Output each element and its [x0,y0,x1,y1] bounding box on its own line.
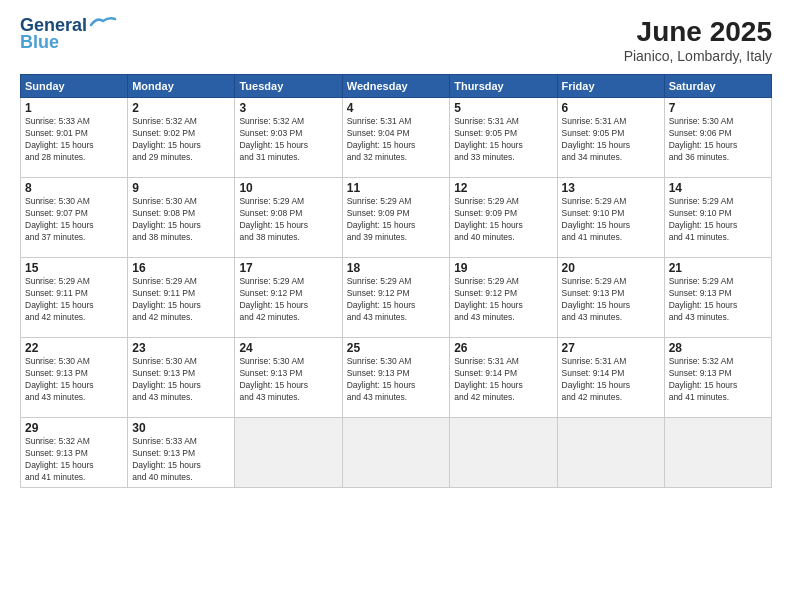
table-row: 25Sunrise: 5:30 AM Sunset: 9:13 PM Dayli… [342,338,449,418]
calendar-week-row: 1Sunrise: 5:33 AM Sunset: 9:01 PM Daylig… [21,98,772,178]
col-sunday: Sunday [21,75,128,98]
table-row [664,418,771,488]
day-info: Sunrise: 5:30 AM Sunset: 9:08 PM Dayligh… [132,196,230,244]
day-info: Sunrise: 5:29 AM Sunset: 9:12 PM Dayligh… [239,276,337,324]
table-row: 23Sunrise: 5:30 AM Sunset: 9:13 PM Dayli… [128,338,235,418]
day-number: 4 [347,101,445,115]
day-number: 24 [239,341,337,355]
calendar-week-row: 22Sunrise: 5:30 AM Sunset: 9:13 PM Dayli… [21,338,772,418]
day-number: 17 [239,261,337,275]
day-info: Sunrise: 5:29 AM Sunset: 9:12 PM Dayligh… [454,276,552,324]
day-number: 30 [132,421,230,435]
logo-blue: Blue [20,32,59,53]
day-number: 16 [132,261,230,275]
day-number: 8 [25,181,123,195]
table-row [235,418,342,488]
day-info: Sunrise: 5:30 AM Sunset: 9:07 PM Dayligh… [25,196,123,244]
day-number: 25 [347,341,445,355]
col-thursday: Thursday [450,75,557,98]
day-number: 5 [454,101,552,115]
table-row: 28Sunrise: 5:32 AM Sunset: 9:13 PM Dayli… [664,338,771,418]
table-row: 7Sunrise: 5:30 AM Sunset: 9:06 PM Daylig… [664,98,771,178]
table-row: 8Sunrise: 5:30 AM Sunset: 9:07 PM Daylig… [21,178,128,258]
table-row: 13Sunrise: 5:29 AM Sunset: 9:10 PM Dayli… [557,178,664,258]
table-row: 16Sunrise: 5:29 AM Sunset: 9:11 PM Dayli… [128,258,235,338]
table-row: 3Sunrise: 5:32 AM Sunset: 9:03 PM Daylig… [235,98,342,178]
header: General Blue June 2025 Pianico, Lombardy… [20,16,772,64]
day-number: 20 [562,261,660,275]
day-info: Sunrise: 5:31 AM Sunset: 9:05 PM Dayligh… [562,116,660,164]
table-row [342,418,449,488]
table-row: 1Sunrise: 5:33 AM Sunset: 9:01 PM Daylig… [21,98,128,178]
table-row: 14Sunrise: 5:29 AM Sunset: 9:10 PM Dayli… [664,178,771,258]
table-row: 17Sunrise: 5:29 AM Sunset: 9:12 PM Dayli… [235,258,342,338]
day-number: 7 [669,101,767,115]
day-info: Sunrise: 5:33 AM Sunset: 9:13 PM Dayligh… [132,436,230,484]
day-info: Sunrise: 5:32 AM Sunset: 9:03 PM Dayligh… [239,116,337,164]
table-row: 26Sunrise: 5:31 AM Sunset: 9:14 PM Dayli… [450,338,557,418]
table-row: 9Sunrise: 5:30 AM Sunset: 9:08 PM Daylig… [128,178,235,258]
day-info: Sunrise: 5:30 AM Sunset: 9:13 PM Dayligh… [347,356,445,404]
day-info: Sunrise: 5:32 AM Sunset: 9:13 PM Dayligh… [25,436,123,484]
table-row: 21Sunrise: 5:29 AM Sunset: 9:13 PM Dayli… [664,258,771,338]
page: General Blue June 2025 Pianico, Lombardy… [0,0,792,612]
day-info: Sunrise: 5:29 AM Sunset: 9:11 PM Dayligh… [132,276,230,324]
table-row [557,418,664,488]
day-info: Sunrise: 5:30 AM Sunset: 9:13 PM Dayligh… [132,356,230,404]
day-number: 13 [562,181,660,195]
day-number: 3 [239,101,337,115]
day-info: Sunrise: 5:31 AM Sunset: 9:04 PM Dayligh… [347,116,445,164]
day-number: 26 [454,341,552,355]
table-row: 19Sunrise: 5:29 AM Sunset: 9:12 PM Dayli… [450,258,557,338]
table-row: 30Sunrise: 5:33 AM Sunset: 9:13 PM Dayli… [128,418,235,488]
day-info: Sunrise: 5:29 AM Sunset: 9:13 PM Dayligh… [562,276,660,324]
day-number: 14 [669,181,767,195]
day-info: Sunrise: 5:29 AM Sunset: 9:09 PM Dayligh… [454,196,552,244]
location-title: Pianico, Lombardy, Italy [624,48,772,64]
day-info: Sunrise: 5:32 AM Sunset: 9:13 PM Dayligh… [669,356,767,404]
day-info: Sunrise: 5:33 AM Sunset: 9:01 PM Dayligh… [25,116,123,164]
col-wednesday: Wednesday [342,75,449,98]
day-number: 1 [25,101,123,115]
table-row: 6Sunrise: 5:31 AM Sunset: 9:05 PM Daylig… [557,98,664,178]
table-row: 24Sunrise: 5:30 AM Sunset: 9:13 PM Dayli… [235,338,342,418]
calendar-week-row: 29Sunrise: 5:32 AM Sunset: 9:13 PM Dayli… [21,418,772,488]
table-row: 2Sunrise: 5:32 AM Sunset: 9:02 PM Daylig… [128,98,235,178]
day-info: Sunrise: 5:29 AM Sunset: 9:11 PM Dayligh… [25,276,123,324]
table-row: 22Sunrise: 5:30 AM Sunset: 9:13 PM Dayli… [21,338,128,418]
day-number: 10 [239,181,337,195]
table-row: 29Sunrise: 5:32 AM Sunset: 9:13 PM Dayli… [21,418,128,488]
day-info: Sunrise: 5:29 AM Sunset: 9:09 PM Dayligh… [347,196,445,244]
table-row: 11Sunrise: 5:29 AM Sunset: 9:09 PM Dayli… [342,178,449,258]
day-info: Sunrise: 5:31 AM Sunset: 9:14 PM Dayligh… [562,356,660,404]
day-info: Sunrise: 5:32 AM Sunset: 9:02 PM Dayligh… [132,116,230,164]
day-number: 11 [347,181,445,195]
table-row: 4Sunrise: 5:31 AM Sunset: 9:04 PM Daylig… [342,98,449,178]
table-row: 10Sunrise: 5:29 AM Sunset: 9:08 PM Dayli… [235,178,342,258]
day-number: 19 [454,261,552,275]
day-info: Sunrise: 5:30 AM Sunset: 9:13 PM Dayligh… [239,356,337,404]
day-number: 21 [669,261,767,275]
col-monday: Monday [128,75,235,98]
day-number: 15 [25,261,123,275]
day-number: 9 [132,181,230,195]
day-info: Sunrise: 5:29 AM Sunset: 9:12 PM Dayligh… [347,276,445,324]
table-row [450,418,557,488]
table-row: 5Sunrise: 5:31 AM Sunset: 9:05 PM Daylig… [450,98,557,178]
day-number: 18 [347,261,445,275]
calendar-week-row: 15Sunrise: 5:29 AM Sunset: 9:11 PM Dayli… [21,258,772,338]
day-number: 22 [25,341,123,355]
col-friday: Friday [557,75,664,98]
logo-bird-icon [89,15,117,31]
day-number: 2 [132,101,230,115]
day-number: 27 [562,341,660,355]
table-row: 27Sunrise: 5:31 AM Sunset: 9:14 PM Dayli… [557,338,664,418]
day-info: Sunrise: 5:29 AM Sunset: 9:10 PM Dayligh… [562,196,660,244]
title-area: June 2025 Pianico, Lombardy, Italy [624,16,772,64]
col-tuesday: Tuesday [235,75,342,98]
table-row: 15Sunrise: 5:29 AM Sunset: 9:11 PM Dayli… [21,258,128,338]
table-row: 12Sunrise: 5:29 AM Sunset: 9:09 PM Dayli… [450,178,557,258]
day-number: 6 [562,101,660,115]
col-saturday: Saturday [664,75,771,98]
day-number: 12 [454,181,552,195]
